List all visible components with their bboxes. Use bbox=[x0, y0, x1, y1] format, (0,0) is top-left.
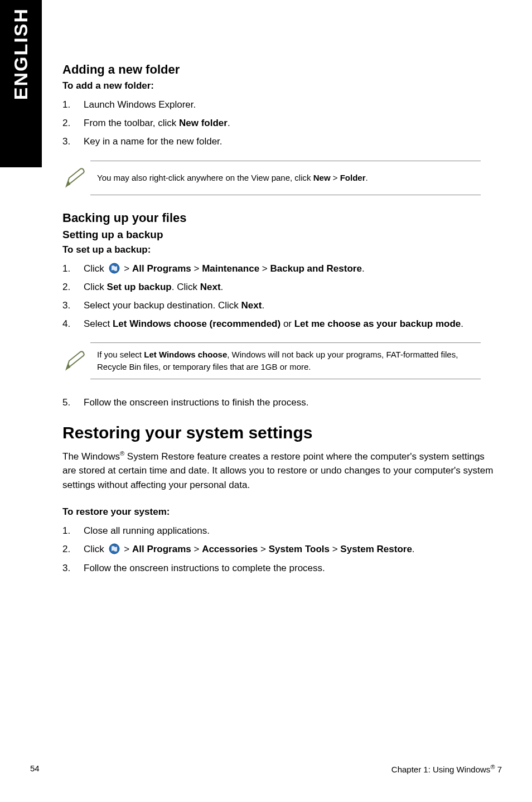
step-number: 3. bbox=[62, 561, 70, 576]
step-text: Select Let Windows choose (recommended) … bbox=[84, 318, 463, 329]
note-text: You may also right-click anywhere on the… bbox=[97, 172, 368, 184]
text-fragment: > bbox=[191, 263, 202, 274]
lead-set-up-backup: To set up a backup: bbox=[62, 244, 497, 255]
language-side-tab: ENGLISH bbox=[0, 0, 42, 167]
list-item: 3. Follow the onscreen instructions to c… bbox=[62, 561, 497, 576]
text-fragment: . bbox=[228, 118, 230, 128]
note-block: You may also right-click anywhere on the… bbox=[90, 161, 481, 195]
page-number: 54 bbox=[30, 764, 40, 774]
step-text: Follow the onscreen instructions to fini… bbox=[84, 397, 308, 408]
text-fragment: . bbox=[366, 173, 368, 182]
text-fragment: Click bbox=[84, 263, 107, 274]
step-number: 1. bbox=[62, 97, 70, 112]
divider bbox=[90, 379, 481, 379]
text-bold: All Programs bbox=[132, 263, 191, 274]
list-item: 3. Key in a name for the new folder. bbox=[62, 134, 497, 149]
step-number: 3. bbox=[62, 134, 70, 149]
windows-start-icon bbox=[108, 543, 120, 554]
step-text: Select your backup destination. Click Ne… bbox=[84, 300, 264, 311]
step-number: 5. bbox=[62, 395, 70, 410]
text-fragment: Select bbox=[84, 318, 113, 329]
text-fragment: . bbox=[412, 544, 415, 554]
step-text: Follow the onscreen instructions to comp… bbox=[84, 563, 325, 573]
page-footer: 54 Chapter 1: Using Windows® 7 bbox=[30, 764, 502, 774]
text-fragment: > bbox=[191, 544, 202, 554]
list-item: 3. Select your backup destination. Click… bbox=[62, 298, 497, 313]
text-fragment: > bbox=[330, 544, 340, 554]
step-number: 2. bbox=[62, 115, 70, 131]
text-fragment: . Click bbox=[172, 282, 200, 292]
paragraph: The Windows® System Restore feature crea… bbox=[62, 449, 497, 492]
text-fragment: . bbox=[362, 263, 365, 274]
language-label: ENGLISH bbox=[10, 8, 32, 100]
text-fragment: > bbox=[122, 263, 132, 274]
text-fragment: Select your backup destination. Click bbox=[84, 300, 241, 311]
heading-backing-up: Backing up your files bbox=[62, 211, 497, 225]
text-fragment: > bbox=[258, 544, 268, 554]
text-bold: System Tools bbox=[269, 544, 330, 554]
step-text: Launch Windows Explorer. bbox=[84, 99, 196, 110]
step-number: 1. bbox=[62, 261, 70, 276]
pen-note-icon bbox=[62, 350, 87, 372]
text-bold: Backup and Restore bbox=[270, 263, 361, 274]
steps-backup: 1. Click > All Programs > Maintenance > … bbox=[62, 261, 497, 332]
chapter-label: Chapter 1: Using Windows® 7 bbox=[391, 764, 502, 774]
list-item: 1. Close all running applications. bbox=[62, 523, 497, 538]
list-item: 5. Follow the onscreen instructions to f… bbox=[62, 395, 497, 410]
windows-start-icon bbox=[108, 263, 120, 274]
text-bold: System Restore bbox=[340, 544, 412, 554]
text-fragment: > bbox=[259, 263, 270, 274]
text-fragment: From the toolbar, click bbox=[84, 118, 179, 128]
text-bold: Let me choose as your backup mode bbox=[294, 318, 461, 329]
text-fragment: System Restore feature creates a restore… bbox=[62, 451, 493, 490]
heading-restoring-system: Restoring your system settings bbox=[62, 423, 497, 442]
step-number: 3. bbox=[62, 298, 70, 313]
text-fragment: Click bbox=[84, 282, 107, 292]
list-item: 2. Click Set up backup. Click Next. bbox=[62, 279, 497, 294]
text-fragment: . bbox=[262, 300, 264, 311]
text-fragment: Click bbox=[84, 544, 107, 554]
pen-note-icon bbox=[62, 167, 87, 189]
step-text: Close all running applications. bbox=[84, 525, 210, 536]
text-bold: Accessories bbox=[202, 544, 258, 554]
text-bold: Set up backup bbox=[107, 282, 172, 292]
text-bold: Next bbox=[241, 300, 262, 311]
text-fragment: > bbox=[331, 173, 340, 182]
text-bold: Let Windows choose (recommended) bbox=[113, 318, 280, 329]
page: ENGLISH Adding a new folder To add a new… bbox=[0, 0, 532, 802]
step-number: 1. bbox=[62, 523, 70, 538]
lead-restore-system: To restore your system: bbox=[62, 506, 497, 518]
step-text: Click Set up backup. Click Next. bbox=[84, 282, 223, 292]
step-text: Key in a name for the new folder. bbox=[84, 136, 223, 147]
step-text: From the toolbar, click New folder. bbox=[84, 118, 230, 128]
text-fragment: . bbox=[461, 318, 463, 329]
text-fragment: > bbox=[122, 544, 132, 554]
step-number: 2. bbox=[62, 542, 70, 557]
main-content: Adding a new folder To add a new folder:… bbox=[62, 62, 497, 587]
step-number: 2. bbox=[62, 279, 70, 294]
list-item: 2. From the toolbar, click New folder. bbox=[62, 115, 497, 131]
text-fragment: You may also right-click anywhere on the… bbox=[97, 173, 313, 182]
divider bbox=[90, 195, 481, 195]
registered-mark: ® bbox=[120, 450, 124, 457]
text-bold: New folder bbox=[179, 118, 228, 128]
steps-backup-cont: 5. Follow the onscreen instructions to f… bbox=[62, 395, 497, 410]
text-bold: All Programs bbox=[132, 544, 191, 554]
heading-adding-folder: Adding a new folder bbox=[62, 62, 497, 77]
text-fragment: The Windows bbox=[62, 451, 120, 462]
text-fragment: If you select bbox=[97, 350, 144, 359]
text-fragment: . bbox=[221, 282, 224, 292]
text-bold: Next bbox=[200, 282, 221, 292]
subheading-setting-up-backup: Setting up a backup bbox=[62, 229, 497, 241]
step-text: Click > All Programs > Accessories > Sys… bbox=[84, 544, 415, 554]
text-fragment: Chapter 1: Using Windows bbox=[391, 765, 491, 774]
text-bold: New bbox=[313, 173, 331, 182]
step-text: Click > All Programs > Maintenance > Bac… bbox=[84, 263, 365, 274]
steps-restore: 1. Close all running applications. 2. Cl… bbox=[62, 523, 497, 576]
list-item: 4. Select Let Windows choose (recommende… bbox=[62, 316, 497, 331]
text-fragment: 7 bbox=[495, 765, 502, 774]
step-number: 4. bbox=[62, 316, 70, 331]
text-bold: Let Windows choose bbox=[144, 350, 227, 359]
text-fragment: or bbox=[280, 318, 294, 329]
list-item: 1. Launch Windows Explorer. bbox=[62, 97, 497, 112]
